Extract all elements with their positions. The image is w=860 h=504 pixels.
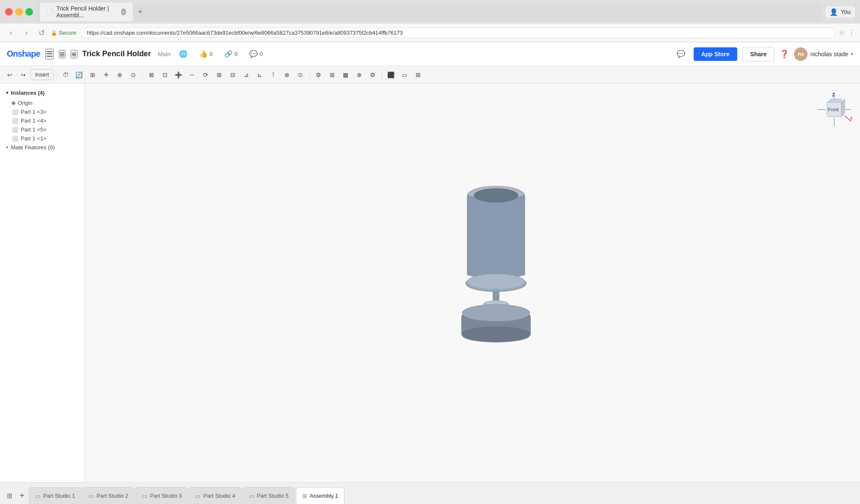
tab-settings-button[interactable]: ⊞ — [3, 490, 15, 501]
tool-explode[interactable]: ⊞ — [412, 68, 424, 81]
toolbar-separator-4 — [382, 70, 382, 80]
close-button[interactable] — [5, 8, 13, 16]
tool-screw[interactable]: ▦ — [339, 68, 352, 81]
tool-slider[interactable]: ↔ — [186, 68, 198, 81]
svg-point-10 — [462, 326, 530, 342]
sidebar-item-origin[interactable]: Origin — [0, 99, 84, 107]
tool-concentric[interactable]: ⊗ — [281, 68, 293, 81]
comments-count: 0 — [259, 51, 262, 57]
share-button[interactable]: Share — [742, 47, 775, 61]
app-store-button[interactable]: App Store — [694, 47, 737, 61]
chevron-down-icon: ▼ — [5, 90, 9, 95]
tool-revolute[interactable]: ➕ — [172, 68, 185, 81]
add-document-button[interactable]: ⊕ — [71, 50, 77, 58]
comments-button[interactable]: 💬 0 — [246, 48, 266, 60]
link-icon: 🔗 — [224, 50, 233, 58]
origin-icon — [12, 101, 15, 105]
tool-coincident[interactable]: ⊺ — [267, 68, 280, 81]
instances-label: Instances (4) — [11, 90, 44, 96]
3d-model — [437, 173, 555, 353]
forward-button[interactable]: › — [20, 27, 32, 39]
svg-point-1 — [474, 189, 518, 202]
back-button[interactable]: ‹ — [5, 27, 17, 39]
insert-button[interactable]: Insert — [30, 69, 54, 80]
tab-part-studio-4[interactable]: ▭ Part Studio 4 — [189, 487, 241, 504]
instances-section-header[interactable]: ▼ Instances (4) — [0, 87, 84, 99]
tab-part-studio-5[interactable]: ▭ Part Studio 5 — [243, 487, 295, 504]
chat-button[interactable]: 💬 — [673, 48, 689, 60]
reload-button[interactable]: ↺ — [36, 27, 47, 39]
globe-button[interactable]: 🌐 — [176, 48, 191, 60]
tool-planar[interactable]: ⊟ — [226, 68, 239, 81]
add-tab-button[interactable]: + — [16, 490, 28, 501]
sidebar-item-part1-3[interactable]: ⬜ Part 1 <3> — [0, 107, 84, 116]
mate-features-section[interactable]: ▼ Mate Features (0) — [0, 143, 84, 152]
tool-gear[interactable]: ⚙ — [312, 68, 325, 81]
tool-fasten[interactable]: ⊡ — [159, 68, 171, 81]
user-menu[interactable]: ns nicholas stade ▾ — [794, 47, 853, 61]
part-studio-5-icon: ▭ — [249, 493, 254, 499]
tool-parallel[interactable]: ⊾ — [254, 68, 266, 81]
3d-viewport[interactable]: Z X Front — [85, 84, 860, 482]
model-svg — [437, 173, 555, 351]
bookmark-icon[interactable]: ☆ — [839, 29, 845, 37]
tool-mirror[interactable]: ⊕ — [113, 68, 126, 81]
grid-menu-button[interactable]: ⊞ — [59, 50, 66, 58]
tool-rotate[interactable]: 🔄 — [73, 68, 85, 81]
tab-part-studio-3[interactable]: ▭ Part Studio 3 — [135, 487, 188, 504]
secure-badge: 🔒 Secure — [51, 30, 76, 36]
tool-spring[interactable]: ⚙ — [367, 68, 379, 81]
maximize-button[interactable] — [25, 8, 33, 16]
tab-part-studio-2[interactable]: ▭ Part Studio 2 — [82, 487, 135, 504]
tool-rack[interactable]: ⊞ — [326, 68, 339, 81]
help-button[interactable]: ❓ — [780, 49, 789, 59]
new-tab-button[interactable]: + — [135, 6, 146, 18]
tool-pin-slot[interactable]: ⊞ — [213, 68, 226, 81]
tool-ball[interactable]: ⊿ — [240, 68, 253, 81]
browser-tab-active[interactable]: 📄 Trick Pencil Holder | Assembl... × — [40, 3, 133, 21]
tool-history[interactable]: ⏱ — [59, 68, 72, 81]
tool-pattern[interactable]: ⊙ — [127, 68, 140, 81]
tool-section[interactable]: ▭ — [398, 68, 411, 81]
document-branch: Main — [158, 51, 171, 58]
undo-button[interactable]: ↩ — [3, 68, 16, 81]
svg-point-9 — [462, 304, 530, 321]
tab-part-studio-1[interactable]: ▭ Part Studio 1 — [29, 487, 81, 504]
minimize-button[interactable] — [15, 8, 23, 16]
main-toolbar: ↩ ↪ Insert ⏱ 🔄 ⊞ ✛ ⊕ ⊙ ⊠ ⊡ ➕ ↔ ⟳ ⊞ ⊟ ⊿ ⊾… — [0, 66, 860, 84]
svg-text:X: X — [850, 116, 853, 121]
part-1-5-label: Part 1 <5> — [21, 126, 47, 133]
tool-tangent[interactable]: ⊙ — [294, 68, 307, 81]
tool-boolean[interactable]: ⊠ — [145, 68, 158, 81]
part-icon-2: ⬜ — [12, 118, 18, 124]
tool-linear[interactable]: ⊕ — [353, 68, 366, 81]
sidebar-item-part1-5[interactable]: ⬜ Part 1 <5> — [0, 125, 84, 134]
tool-render[interactable]: ⬛ — [385, 68, 397, 81]
part-icon-4: ⬜ — [12, 136, 18, 142]
svg-text:Front: Front — [828, 107, 839, 112]
settings-icon[interactable]: ⋮ — [848, 29, 855, 37]
sidebar-item-part1-4[interactable]: ⬜ Part 1 <4> — [0, 116, 84, 125]
part-1-1-label: Part 1 <1> — [21, 135, 47, 142]
tab-assembly-1[interactable]: ⊞ Assembly 1 — [296, 487, 345, 504]
redo-button[interactable]: ↪ — [17, 68, 30, 81]
likes-button[interactable]: 👍 0 — [196, 48, 216, 60]
comment-icon: 💬 — [249, 50, 258, 58]
svg-text:Z: Z — [832, 92, 835, 97]
sidebar-item-part1-1[interactable]: ⬜ Part 1 <1> — [0, 134, 84, 143]
links-count: 0 — [234, 51, 237, 57]
navigation-cube[interactable]: Z X Front — [815, 90, 853, 129]
tool-select[interactable]: ⊞ — [86, 68, 99, 81]
hamburger-menu-button[interactable]: ☰ — [45, 49, 54, 60]
links-button[interactable]: 🔗 0 — [221, 48, 241, 60]
tab-part-studio-3-label: Part Studio 3 — [150, 493, 182, 499]
tool-translate[interactable]: ✛ — [100, 68, 113, 81]
user-badge-label: You — [841, 8, 851, 15]
thumbs-up-icon: 👍 — [199, 50, 208, 58]
tab-close-button[interactable]: × — [121, 8, 126, 15]
user-name: nicholas stade — [810, 51, 848, 58]
url-input[interactable]: https://cad.onshape.com/documents/27e506… — [80, 27, 835, 38]
tool-cylindrical[interactable]: ⟳ — [199, 68, 212, 81]
svg-point-3 — [467, 274, 525, 289]
part-1-4-label: Part 1 <4> — [21, 118, 47, 124]
